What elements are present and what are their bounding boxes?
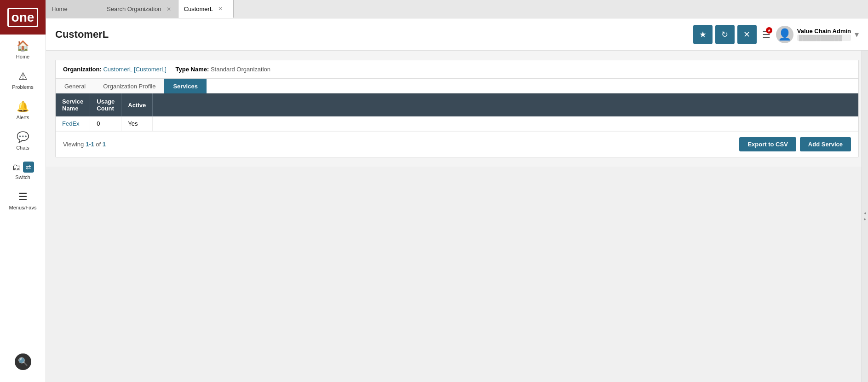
sidebar: one 🏠 Home ⚠ Problems 🔔 Alerts 💬 Chats 🗂… <box>0 0 46 382</box>
col-active: Active <box>121 93 153 116</box>
cell-usage-count: 0 <box>90 116 121 131</box>
sidebar-item-home-label: Home <box>16 54 29 59</box>
cell-active: Yes <box>121 116 153 131</box>
services-table: Service Name Usage Count Active FedEx 0 <box>56 93 858 131</box>
sidebar-item-problems-label: Problems <box>12 84 33 90</box>
switch-icon: 🗂 <box>12 162 21 173</box>
menu-badge: ★ <box>766 27 772 34</box>
tab-org-profile[interactable]: Organization Profile <box>94 79 164 93</box>
org-value-link[interactable]: CustomerL [CustomerL] <box>103 66 167 73</box>
inner-tabs: General Organization Profile Services <box>56 79 858 93</box>
type-label: Type Name: <box>176 66 209 73</box>
refresh-button[interactable]: ↻ <box>715 25 735 44</box>
home-icon: 🏠 <box>17 40 29 52</box>
switch-badge: ⇄ <box>23 162 34 173</box>
service-name-link[interactable]: FedEx <box>62 120 80 127</box>
export-csv-button[interactable]: Export to CSV <box>739 137 796 151</box>
sidebar-item-alerts[interactable]: 🔔 Alerts <box>0 95 46 126</box>
table-row: FedEx 0 Yes <box>56 116 858 131</box>
sidebar-item-search[interactable]: 🔍 <box>15 348 31 377</box>
tab-services-label: Services <box>173 83 198 90</box>
sidebar-item-switch-label: Switch <box>15 174 30 180</box>
type-value: Standard Organization <box>211 66 270 73</box>
tab-services[interactable]: Services <box>164 79 207 93</box>
sidebar-item-home[interactable]: 🏠 Home <box>0 35 46 65</box>
page-header: CustomerL ★ ↻ ✕ ☰ ★ 👤 Value Chain Admin … <box>46 18 868 51</box>
resize-handle-icon: ◂▸ <box>862 210 868 222</box>
header-actions: ★ ↻ ✕ <box>693 25 757 44</box>
chat-icon: 💬 <box>17 131 29 143</box>
table-header-row: Service Name Usage Count Active <box>56 93 858 116</box>
tab-org-profile-label: Organization Profile <box>103 83 155 90</box>
tab-home[interactable]: Home <box>46 0 101 18</box>
favorite-button[interactable]: ★ <box>693 25 713 44</box>
add-service-button[interactable]: Add Service <box>800 137 851 151</box>
sidebar-item-switch[interactable]: 🗂 ⇄ Switch <box>0 156 46 185</box>
col-service-name: Service Name <box>56 93 90 116</box>
warning-icon: ⚠ <box>18 70 28 82</box>
resize-handle[interactable]: ◂▸ <box>862 51 868 382</box>
tab-search-org[interactable]: Search Organization ✕ <box>101 0 178 18</box>
sidebar-item-menus-label: Menus/Favs <box>9 205 37 210</box>
footer-buttons: Export to CSV Add Service <box>739 137 851 151</box>
cell-service-name: FedEx <box>56 116 90 131</box>
dropdown-arrow-icon[interactable]: ▾ <box>855 29 859 40</box>
tab-general[interactable]: General <box>56 79 94 93</box>
tab-bar: Home Search Organization ✕ CustomerL ✕ <box>46 0 868 18</box>
tab-home-label: Home <box>52 6 68 12</box>
col-extra <box>153 93 858 116</box>
org-info-bar: Organization: CustomerL [CustomerL] Type… <box>56 60 858 79</box>
viewing-text: Viewing 1-1 of 1 <box>63 141 106 148</box>
user-info: Value Chain Admin ████████████ <box>797 28 851 41</box>
viewing-prefix: Viewing <box>63 141 86 148</box>
tab-search-org-label: Search Organization <box>107 6 161 12</box>
viewing-total: 1 <box>103 141 106 148</box>
content: Organization: CustomerL [CustomerL] Type… <box>46 51 868 167</box>
sidebar-item-chats-label: Chats <box>16 145 29 150</box>
sidebar-item-menus[interactable]: ☰ Menus/Favs <box>0 185 46 216</box>
bell-icon: 🔔 <box>17 101 29 113</box>
content-card: Organization: CustomerL [CustomerL] Type… <box>55 60 859 157</box>
logo-text: one <box>7 8 39 27</box>
user-sub: ████████████ <box>797 35 851 41</box>
org-label: Organization: <box>63 66 102 73</box>
menu-button[interactable]: ☰ ★ <box>762 29 770 40</box>
app-logo[interactable]: one <box>0 0 46 35</box>
viewing-range: 1-1 <box>86 141 94 148</box>
tab-search-org-close[interactable]: ✕ <box>165 6 172 13</box>
cell-extra <box>153 116 858 131</box>
page-title: CustomerL <box>55 29 688 41</box>
sidebar-item-problems[interactable]: ⚠ Problems <box>0 65 46 95</box>
viewing-middle: of <box>94 141 103 148</box>
avatar-icon: 👤 <box>778 28 792 41</box>
search-icon: 🔍 <box>15 353 31 370</box>
tab-customerl-close[interactable]: ✕ <box>217 5 224 12</box>
tab-customerl-label: CustomerL <box>184 6 213 12</box>
menu-icon: ☰ <box>18 191 28 203</box>
col-usage-count: Usage Count <box>90 93 121 116</box>
tab-general-label: General <box>64 83 86 90</box>
main-area: Home Search Organization ✕ CustomerL ✕ C… <box>46 0 868 382</box>
close-button[interactable]: ✕ <box>737 25 757 44</box>
avatar: 👤 <box>776 26 793 43</box>
sidebar-item-chats[interactable]: 💬 Chats <box>0 126 46 156</box>
sidebar-item-alerts-label: Alerts <box>16 115 29 120</box>
content-area-wrapper: Organization: CustomerL [CustomerL] Type… <box>46 51 868 382</box>
user-section: 👤 Value Chain Admin ████████████ ▾ <box>776 26 859 43</box>
table-footer: Viewing 1-1 of 1 Export to CSV Add Servi… <box>56 131 858 157</box>
tab-customerl[interactable]: CustomerL ✕ <box>178 0 234 18</box>
user-name: Value Chain Admin <box>797 28 851 35</box>
